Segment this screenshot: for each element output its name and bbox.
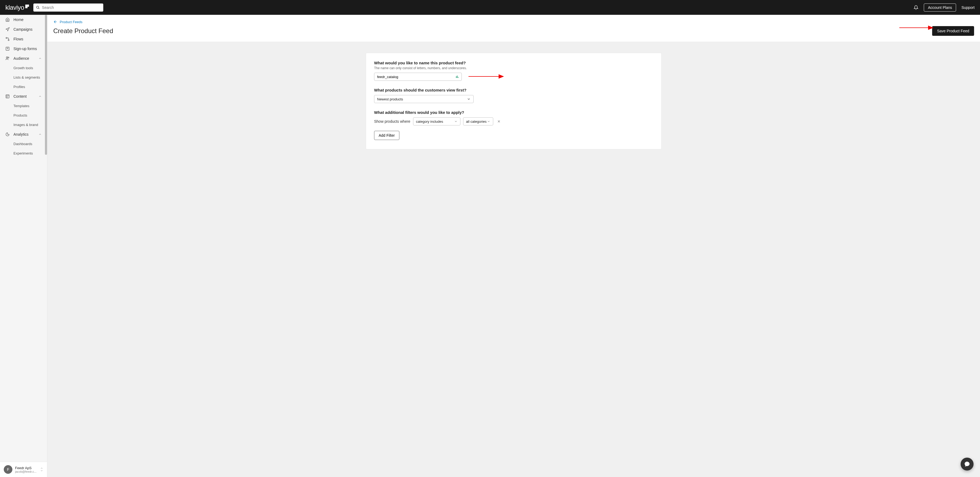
support-link[interactable]: Support: [961, 5, 975, 10]
back-label: Product Feeds: [60, 20, 83, 24]
people-icon: [5, 56, 10, 61]
svg-point-4: [8, 40, 9, 41]
sidebar-scrollbar[interactable]: [45, 15, 47, 155]
nav-label: Sign-up forms: [13, 46, 37, 51]
logo-text: klaviyo: [5, 4, 24, 11]
filter-val-value: all categories: [466, 120, 487, 124]
flow-icon: [5, 37, 10, 41]
input-suggest-icon[interactable]: [456, 75, 459, 78]
nav-profiles[interactable]: Profiles: [0, 82, 47, 91]
svg-point-9: [8, 57, 9, 58]
chat-fab[interactable]: [961, 458, 974, 471]
account-email: jacob@feedr.c...: [15, 470, 37, 473]
chart-icon: [5, 132, 10, 137]
add-filter-button[interactable]: Add Filter: [374, 131, 399, 140]
question-name: What would you like to name this product…: [374, 61, 653, 65]
nav-growth-tools[interactable]: Growth tools: [0, 63, 47, 73]
svg-rect-18: [458, 77, 458, 78]
question-sort: What products should the customers view …: [374, 88, 653, 93]
svg-marker-2: [6, 27, 10, 31]
filter-op-select[interactable]: category includes: [413, 117, 460, 126]
svg-point-0: [37, 6, 39, 8]
svg-point-3: [6, 37, 7, 38]
chevron-updown-icon: [40, 467, 43, 472]
nav-templates[interactable]: Templates: [0, 101, 47, 111]
logo-mark-icon: [25, 5, 29, 8]
filter-op-value: category includes: [416, 120, 443, 124]
account-name: Feedr ApS: [15, 466, 37, 470]
nav-label: Content: [13, 94, 27, 99]
nav-campaigns[interactable]: Campaigns: [0, 24, 47, 34]
topbar: klaviyo Account Plans Support: [0, 0, 980, 15]
chevron-down-icon: [487, 120, 490, 123]
nav-products[interactable]: Products: [0, 111, 47, 120]
chevron-down-icon: [467, 97, 471, 101]
account-switcher[interactable]: F Feedr ApS jacob@feedr.c...: [0, 462, 47, 477]
chevron-up-icon: [38, 57, 42, 60]
nav-label: Flows: [13, 37, 24, 41]
bell-icon[interactable]: [913, 5, 918, 10]
nav-label: Analytics: [13, 132, 29, 137]
nav-lists-segments[interactable]: Lists & segments: [0, 73, 47, 82]
form-icon: [5, 46, 10, 51]
nav-signup-forms[interactable]: Sign-up forms: [0, 44, 47, 54]
nav-flows[interactable]: Flows: [0, 34, 47, 44]
form-card: What would you like to name this product…: [366, 53, 662, 149]
svg-rect-16: [456, 77, 457, 78]
nav-home[interactable]: Home: [0, 15, 47, 24]
logo[interactable]: klaviyo: [5, 4, 29, 11]
page-header: Product Feeds Create Product Feed Save P…: [47, 15, 980, 42]
avatar: F: [4, 465, 13, 474]
back-link[interactable]: Product Feeds: [53, 20, 974, 24]
search-icon: [36, 6, 40, 10]
nav-content[interactable]: Content: [0, 91, 47, 101]
svg-rect-10: [6, 95, 9, 98]
save-button[interactable]: Save Product Feed: [932, 26, 974, 36]
main-content: Product Feeds Create Product Feed Save P…: [47, 15, 980, 477]
nav-audience[interactable]: Audience: [0, 54, 47, 63]
sort-value: Newest products: [377, 97, 403, 101]
content-icon: [5, 94, 10, 99]
nav-label: Audience: [13, 56, 29, 61]
filter-value-select[interactable]: all categories: [463, 117, 493, 126]
search-input[interactable]: [42, 5, 100, 10]
nav-analytics[interactable]: Analytics: [0, 129, 47, 139]
chevron-down-icon: [454, 120, 457, 123]
chevron-up-icon: [38, 133, 42, 136]
close-icon: [497, 120, 501, 123]
annotation-arrow-name: [466, 74, 506, 79]
filter-prefix: Show products where: [374, 119, 410, 124]
chevron-up-icon: [38, 95, 42, 98]
svg-point-8: [6, 57, 8, 58]
feed-name-input-wrap[interactable]: [374, 73, 462, 81]
nav-images-brand[interactable]: Images & brand: [0, 120, 47, 129]
home-icon: [5, 18, 10, 22]
feed-name-input[interactable]: [377, 75, 456, 79]
send-icon: [5, 27, 10, 32]
svg-line-1: [38, 8, 40, 9]
nav-label: Home: [13, 18, 24, 22]
sort-select[interactable]: Newest products: [374, 95, 474, 103]
nav-label: Campaigns: [13, 27, 33, 32]
question-filters: What additional filters would you like t…: [374, 110, 653, 115]
page-title: Create Product Feed: [53, 27, 113, 35]
hint-name: The name can only consist of letters, nu…: [374, 66, 653, 70]
remove-filter-button[interactable]: [496, 120, 502, 123]
nav-dashboards[interactable]: Dashboards: [0, 139, 47, 148]
account-plans-button[interactable]: Account Plans: [924, 3, 956, 11]
sidebar: Home Campaigns Flows Sign-up forms Audie…: [0, 15, 47, 477]
search-box[interactable]: [33, 3, 103, 11]
chat-icon: [964, 461, 970, 467]
svg-rect-17: [457, 76, 457, 78]
arrow-left-icon: [53, 20, 57, 24]
nav-experiments[interactable]: Experiments: [0, 148, 47, 158]
